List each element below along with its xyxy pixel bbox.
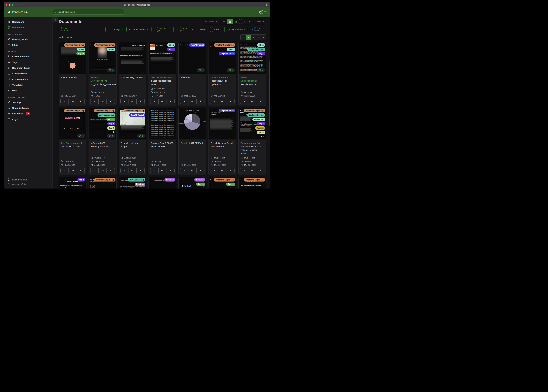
correspondent-link[interactable]: Correspondent 14 (240, 142, 260, 144)
document-card[interactable]: MEDICAL TEACHERMedical TeacherHas the ne… (149, 42, 176, 106)
edit-button[interactable] (121, 99, 129, 104)
edit-button[interactable] (210, 99, 218, 104)
edit-button[interactable] (61, 99, 69, 104)
sidebar-item-dashboard[interactable]: Dashboard (4, 19, 52, 25)
document-title[interactable]: 0004814539_20230531 (119, 74, 146, 94)
download-button[interactable] (256, 168, 264, 173)
tag-tag-3[interactable]: Tag 3 (257, 131, 265, 134)
pagination-prev[interactable]: « (241, 35, 246, 40)
tag-tag-2[interactable]: Tag 2 (107, 122, 115, 125)
document-thumbnail[interactable]: Country,Region/State,"TTagWithPartial1 (179, 42, 206, 74)
tag-tag-222[interactable]: Tag 222 (255, 126, 265, 130)
document-thumbnail[interactable]: InDesign Scripting DocumentationAnother … (89, 108, 116, 140)
tag-tag-12[interactable]: Tag 12 (76, 52, 86, 55)
edit-button[interactable] (240, 168, 248, 173)
list-view-button[interactable] (221, 19, 227, 24)
download-button[interactable] (226, 99, 234, 104)
sidebar-item-storage-paths[interactable]: Storage Paths (4, 71, 52, 76)
zoom-window-button[interactable] (12, 4, 14, 6)
document-thumbnail[interactable]: one,1.0 five,5.0Another Sample TagInboxT… (209, 42, 236, 74)
document-title[interactable]: InDesign 2022 Scripting Read Me (89, 140, 116, 156)
preview-button[interactable] (159, 99, 166, 104)
document-title[interactable]: Test Correspondent 1: [paperless] test p… (149, 74, 176, 87)
document-card[interactable]: This is a multi page document. Page 1.Ne… (149, 177, 176, 189)
document-card[interactable]: Test Name123-456-7890January 2, 2022 Jul… (88, 177, 116, 189)
tag-tagwithpartial[interactable]: TagWithPartial (219, 109, 235, 112)
edit-button[interactable] (90, 168, 98, 173)
tag-tag-3[interactable]: Tag 3 (107, 126, 115, 130)
document-thumbnail[interactable]: MEDICAL TEACHERMedical TeacherHas the ne… (149, 42, 176, 74)
filter-created-button[interactable]: Created (197, 27, 211, 32)
document-title[interactable]: Newest Correspondent: Sample100.csv (238, 74, 266, 91)
document-thumbnail[interactable]: French Country BreadFor the LeavenTagWit… (209, 108, 236, 140)
sidebar-item-logs[interactable]: Logs (4, 116, 52, 122)
download-button[interactable] (77, 99, 85, 104)
document-thumbnail[interactable]: Lorem ipsumLorem ipsum dolor sit amet, c… (59, 177, 86, 189)
document-card[interactable]: French Country BreadFor the LeavenTagWit… (208, 108, 236, 175)
download-button[interactable] (166, 168, 174, 173)
notes-badge[interactable]: 1 (257, 68, 265, 72)
tag-just-another-tag[interactable]: Just another tag (128, 178, 145, 182)
edit-button[interactable] (240, 99, 248, 104)
document-title[interactable]: tablerates2 (179, 74, 206, 94)
document-thumbnail[interactable]: This is a testAnother Sample TagTag 12 (209, 177, 236, 189)
tag-tagwithpartial[interactable]: TagWithPartial (129, 113, 145, 117)
filter-permissions-button[interactable]: Permissions (226, 27, 247, 32)
document-title[interactable]: French Country Bread Revised.docx (209, 140, 236, 156)
download-button[interactable] (137, 168, 144, 173)
preview-button[interactable] (128, 99, 137, 104)
sidebar-item-correspondents[interactable]: Correspondents (4, 54, 52, 59)
document-card[interactable]: Review of of Arbitral Awards Certainty o… (238, 108, 266, 175)
correspondent-link[interactable]: Test Correspondent 1 (61, 142, 84, 144)
sidebar-item-templates[interactable]: Templates (4, 82, 52, 88)
edit-button[interactable] (180, 99, 188, 104)
tag-tagwithpartial[interactable]: TagWithPartial (189, 43, 205, 47)
document-thumbnail[interactable]: Test Name123-456-7890January 2, 2022 Jul… (89, 177, 116, 189)
edit-button[interactable] (121, 168, 129, 173)
document-thumbnail[interactable]: Francja pod rNAPOLEON BONAPARTEAnother S… (89, 42, 116, 74)
document-thumbnail[interactable]: Patient BP Distribution 2011Isolated Sys… (179, 108, 206, 140)
document-card[interactable]: CyberPowerPowerPanel® Business EditionUs… (59, 108, 87, 175)
tag-another-sample-tag[interactable]: Another Sample Tag (64, 109, 86, 112)
document-thumbnail[interactable]: Adobe Acrobat PDF FilesCupcake ipsumAnot… (59, 42, 86, 74)
tag-tag-2[interactable]: Tag 2 (257, 122, 265, 125)
tag-tag-12[interactable]: Tag 12 (226, 182, 235, 186)
preview-button[interactable] (248, 99, 256, 104)
document-title[interactable]: Newest Correspondent: H7_Napoleon_Bonapa… (89, 74, 116, 91)
preview-button[interactable] (248, 168, 256, 173)
tag-newone[interactable]: NewOne (135, 182, 145, 186)
edit-button[interactable] (151, 168, 159, 173)
download-button[interactable] (107, 99, 115, 104)
tag-inbox[interactable]: Inbox (227, 48, 235, 51)
tag-tag-12[interactable]: Tag 12 (106, 118, 115, 121)
pagination-next[interactable]: » (261, 35, 266, 40)
tag-inbox[interactable]: Inbox (167, 43, 175, 47)
tag-inbox[interactable]: Inbox (257, 43, 265, 47)
notes-badge[interactable]: 4 (77, 134, 85, 138)
tag-just-another-tag[interactable]: Just another tag (247, 113, 265, 117)
pagination-page-1[interactable]: 1 (246, 35, 251, 40)
document-card[interactable]: InDesign Scripting DocumentationAnother … (88, 108, 116, 175)
pagination-page-2[interactable]: 2 (251, 35, 256, 40)
filter-document-type-button[interactable]: Document type (151, 27, 174, 32)
document-thumbnail[interactable]: The SATPracticeTest #1Make time to take … (179, 177, 206, 189)
pagination-page-3[interactable]: 3 (256, 35, 261, 40)
document-card[interactable]: Boundary Waters TripGoogle EarthAnother … (119, 108, 146, 175)
document-card[interactable]: ❖ BANK OF SCOTLAND2,0 % p. a. auf Ihr Ta… (119, 42, 146, 106)
document-title[interactable]: Test Correspondent 1: UM_PPBE_en_v29 (59, 140, 86, 160)
detail-view-button[interactable] (233, 19, 240, 24)
correspondent-link[interactable]: Correspondent 9 (210, 76, 228, 79)
document-thumbnail[interactable]: Contact Sheet DemoGiven a set of image f… (119, 177, 146, 189)
sidebar-item-documents[interactable]: Documents (4, 25, 52, 30)
preview-button[interactable] (218, 99, 226, 104)
notes-badge[interactable]: 1 (227, 68, 235, 72)
tag-tag-2[interactable]: Tag 2 (257, 52, 265, 55)
select-button[interactable]: Select (203, 19, 219, 24)
document-thumbnail[interactable]: This is a multi page document. Page 1.Ne… (149, 177, 176, 189)
tag-another-sample-tag[interactable]: Another Sample Tag (244, 178, 265, 182)
sidebar-item-document-types[interactable]: #Document Types (4, 65, 52, 71)
filter-correspondent-button[interactable]: Correspondent (126, 27, 150, 32)
app-brand[interactable]: Paperless-ngx (4, 10, 53, 14)
document-thumbnail[interactable]: CyberPowerPowerPanel® Business EditionUs… (59, 108, 86, 140)
document-title[interactable]: Correspondent 9: Testing New Title Updat… (209, 74, 236, 94)
